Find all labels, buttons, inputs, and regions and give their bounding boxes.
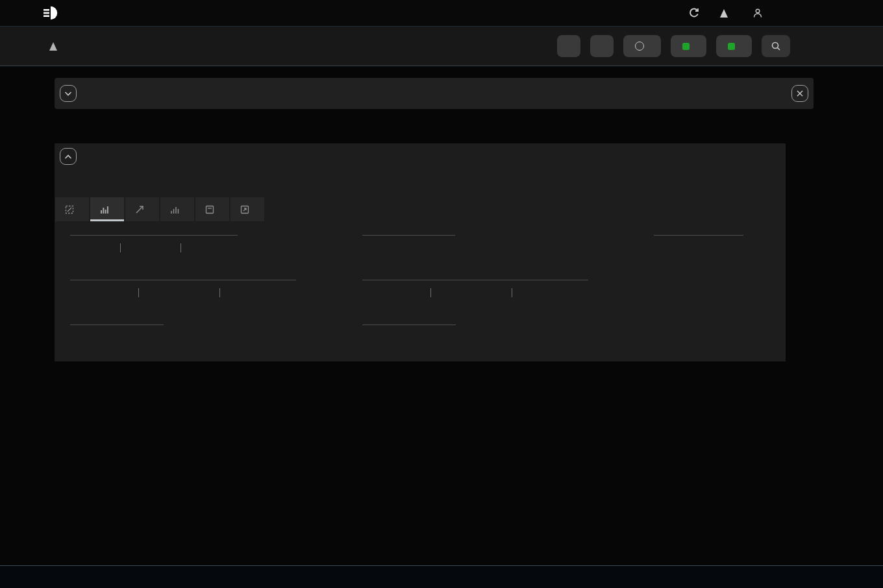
close-voyage-button[interactable] — [791, 85, 808, 102]
stat-label — [362, 275, 588, 280]
actions-button[interactable] — [590, 35, 614, 57]
stat-average-speed — [654, 230, 743, 254]
stat-time-engine — [70, 275, 296, 299]
tab-track[interactable] — [125, 197, 159, 221]
stat-label — [70, 230, 238, 236]
sailboat-icon — [719, 8, 728, 18]
stat-distance-engine — [362, 275, 588, 299]
stat-label — [70, 320, 164, 325]
topbar-right — [688, 7, 787, 19]
chevron-up-icon — [64, 154, 72, 160]
tab-journal[interactable] — [195, 197, 229, 221]
logbook-logo-icon — [43, 5, 60, 21]
trip-panel — [55, 143, 786, 361]
nmea-button[interactable] — [671, 35, 706, 57]
stat-time-total — [70, 230, 238, 254]
journal-icon — [205, 205, 214, 214]
sync-status-dot — [728, 43, 735, 50]
stat-total-distance — [362, 230, 455, 254]
vessel-info — [49, 42, 123, 51]
topbar-user-menu[interactable] — [752, 8, 767, 18]
refresh-button[interactable] — [688, 7, 700, 19]
value-divider — [120, 243, 121, 252]
tab-trip[interactable] — [55, 197, 89, 221]
stat-label — [362, 320, 456, 325]
vessel-header — [0, 27, 883, 66]
search-icon — [771, 41, 781, 51]
trip-tabs — [55, 197, 264, 221]
timeline-ticks — [142, 361, 158, 567]
value-divider — [180, 243, 181, 252]
stat-label — [654, 230, 743, 236]
topbar-vessel-menu[interactable] — [719, 8, 733, 18]
stat-label — [70, 275, 296, 280]
value-divider — [430, 288, 431, 297]
focus-button[interactable] — [623, 35, 661, 57]
tab-weather[interactable] — [160, 197, 194, 221]
weather-icon — [170, 205, 179, 214]
instrument-statusbar — [0, 565, 883, 588]
brand — [43, 5, 66, 21]
collapse-trip-button[interactable] — [60, 148, 77, 165]
focus-circle-icon — [635, 42, 644, 51]
stat-label — [362, 230, 455, 236]
stat-distance-sails — [362, 320, 456, 344]
track-icon — [135, 205, 144, 214]
voyage-banner — [55, 78, 814, 109]
user-icon — [752, 8, 763, 18]
tab-technical[interactable] — [230, 197, 264, 221]
expand-voyage-button[interactable] — [60, 85, 77, 102]
technical-icon — [240, 205, 249, 214]
logbook-app — [0, 0, 883, 588]
search-button[interactable] — [762, 35, 790, 57]
timeline-ticks-top — [143, 120, 157, 141]
vessel-name-item[interactable] — [49, 42, 62, 51]
value-divider — [219, 288, 220, 297]
sync-button[interactable] — [716, 35, 752, 57]
value-divider — [512, 288, 512, 297]
close-icon — [797, 90, 803, 97]
trip-icon — [65, 205, 74, 214]
chevron-down-icon — [64, 91, 72, 97]
stat-time-sails — [70, 320, 164, 344]
topbar — [0, 0, 883, 27]
nmea-status-dot — [682, 43, 690, 50]
filter-button[interactable] — [557, 35, 580, 57]
value-divider — [138, 288, 139, 297]
toolbar — [557, 35, 790, 57]
sailboat-icon — [49, 42, 58, 51]
tab-statistics[interactable] — [90, 197, 124, 221]
statistics-icon — [100, 205, 109, 214]
